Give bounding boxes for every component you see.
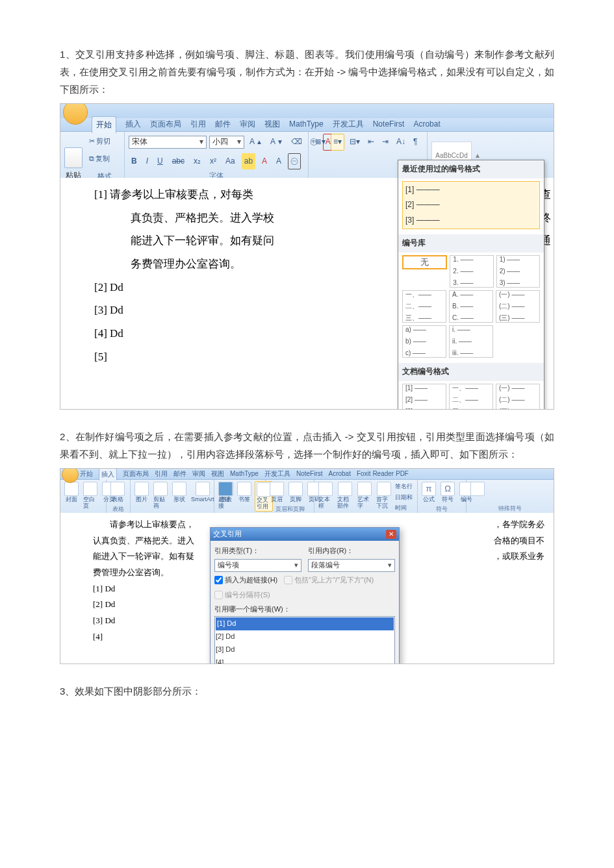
picture-button[interactable]: 图片 xyxy=(133,481,150,504)
shrink-font-button[interactable]: A▼ xyxy=(268,134,286,151)
numbering-option[interactable]: [1] ——[2] ——[3] —— xyxy=(402,384,446,410)
list-item[interactable]: [1] Dd xyxy=(216,617,394,630)
numbering-button[interactable]: ≡▾ xyxy=(331,134,344,151)
item-listbox[interactable]: [1] Dd [2] Dd [3] Dd [4] xyxy=(214,616,395,664)
tab-references[interactable]: 引用 xyxy=(155,468,168,480)
dropcap-button[interactable]: 首字下沉 xyxy=(375,481,393,510)
shapes-button[interactable]: 形状 xyxy=(171,481,188,504)
smartart-button[interactable]: SmartArt xyxy=(190,481,216,504)
insert-hyperlink-checkbox[interactable]: 插入为超链接(H) xyxy=(214,574,277,587)
font-size-select[interactable]: 小四▾ xyxy=(209,136,244,149)
numbering-option[interactable]: 1) ——2) ——3) —— xyxy=(496,255,540,288)
tab-review[interactable]: 审阅 xyxy=(240,118,255,132)
tab-notefirst[interactable]: NoteFirst xyxy=(373,118,405,132)
table-button[interactable]: 表格 xyxy=(109,481,126,504)
tab-references[interactable]: 引用 xyxy=(190,118,206,132)
sort-button[interactable]: A↓ xyxy=(394,134,408,151)
multilevel-button[interactable]: ⊟▾ xyxy=(347,134,363,151)
clear-format-button[interactable]: ⌫ xyxy=(288,134,305,151)
reftype-select[interactable]: 编号项▾ xyxy=(214,559,301,572)
scissors-icon: ✂ xyxy=(89,135,95,148)
equation-button[interactable]: π公式 xyxy=(420,481,437,504)
tab-acrobat[interactable]: Acrobat xyxy=(413,118,440,132)
tab-mail[interactable]: 邮件 xyxy=(173,468,186,480)
special-symbol-button[interactable] xyxy=(469,481,486,497)
numbering-option[interactable]: (一) ——(二) ——(三) —— xyxy=(496,384,540,410)
numbering-option[interactable]: a) ——b) ——c) —— xyxy=(402,325,446,358)
numbering-option[interactable]: 一、——二、——三、—— xyxy=(402,290,446,323)
numbering-option[interactable]: i. ——ii. ——iii. —— xyxy=(449,325,493,358)
font-name-select[interactable]: 宋体▾ xyxy=(129,136,207,149)
clipart-icon xyxy=(153,482,168,496)
signature-button[interactable]: 签名行 xyxy=(395,481,415,491)
grow-font-button[interactable]: A▲ xyxy=(247,134,265,151)
list-item[interactable]: [3] Dd xyxy=(216,643,394,656)
bookmark-button[interactable]: 书签 xyxy=(236,481,253,504)
blank-page-button[interactable]: 空白页 xyxy=(82,481,99,510)
tab-view[interactable]: 视图 xyxy=(264,118,280,132)
underline-button[interactable]: U xyxy=(155,153,166,170)
tab-mail[interactable]: 邮件 xyxy=(215,118,231,132)
symbol-button[interactable]: Ω符号 xyxy=(439,481,456,504)
cover-button[interactable]: 封面 xyxy=(63,481,80,504)
show-marks-button[interactable]: ¶ xyxy=(411,134,420,151)
special-group-label: 特殊符号 xyxy=(469,503,551,514)
cut-button[interactable]: ✂剪切 xyxy=(86,134,120,149)
globe-icon xyxy=(218,482,233,496)
tab-layout[interactable]: 页面布局 xyxy=(123,468,149,480)
subscript-button[interactable]: x₂ xyxy=(191,153,203,170)
tab-insert[interactable]: 插入 xyxy=(125,118,141,132)
dialog-titlebar[interactable]: 交叉引用 ✕ xyxy=(211,528,399,541)
tab-foxit[interactable]: Foxit Reader PDF xyxy=(357,468,409,480)
change-case-button[interactable]: Aa xyxy=(223,153,238,170)
tab-notefirst[interactable]: NoteFirst xyxy=(296,468,323,480)
tab-review[interactable]: 审阅 xyxy=(192,468,205,480)
numbering-option[interactable]: 1. ——2. ——3. —— xyxy=(450,255,493,288)
tab-mathtype[interactable]: MathType xyxy=(230,468,259,480)
numbering-none[interactable]: 无 xyxy=(402,255,447,269)
table-icon xyxy=(110,482,125,496)
char-shading-button[interactable]: A xyxy=(274,153,284,170)
numbering-option[interactable]: A. ——B. ——C. —— xyxy=(449,290,493,323)
decrease-indent-button[interactable]: ⇤ xyxy=(365,134,377,151)
refcontent-select[interactable]: 段落编号▾ xyxy=(308,559,395,572)
header-button[interactable]: 页眉 xyxy=(268,481,285,504)
clipart-button[interactable]: 剪贴画 xyxy=(152,481,169,510)
tab-devtools[interactable]: 开发工具 xyxy=(264,468,290,480)
tab-mathtype[interactable]: MathType xyxy=(289,118,324,132)
quickparts-button[interactable]: 文档部件 xyxy=(336,481,354,510)
reftype-label: 引用类型(T)： xyxy=(214,545,301,558)
font-color-button[interactable]: A xyxy=(259,153,270,170)
hyperlink-button[interactable]: 超链接 xyxy=(217,481,234,510)
superscript-button[interactable]: x² xyxy=(207,153,219,170)
tab-acrobat[interactable]: Acrobat xyxy=(328,468,350,480)
recent-format[interactable]: [1] ——— [2] ——— [3] ——— xyxy=(402,181,540,230)
tab-layout[interactable]: 页面布局 xyxy=(150,118,181,132)
which-item-label: 引用哪一个编号项(W)： xyxy=(214,603,395,616)
bullets-button[interactable]: ≣▾ xyxy=(313,134,328,151)
footer-button[interactable]: 页脚 xyxy=(287,481,304,504)
numbering-option[interactable]: (一) ——(二) ——(三) —— xyxy=(496,290,540,323)
textbox-button[interactable]: 文本框 xyxy=(317,481,334,510)
copy-button[interactable]: ⧉复制 xyxy=(86,151,120,167)
tab-view[interactable]: 视图 xyxy=(211,468,224,480)
chevron-down-icon: ▾ xyxy=(294,559,298,572)
close-icon[interactable]: ✕ xyxy=(386,530,396,539)
wordart-button[interactable]: 艺术字 xyxy=(356,481,373,510)
strike-button[interactable]: abc xyxy=(170,153,187,170)
bold-button[interactable]: B xyxy=(129,153,140,170)
tab-insert[interactable]: 插入 xyxy=(99,468,117,480)
highlight-button[interactable]: ab xyxy=(242,153,255,170)
numbering-dropdown: 最近使用过的编号格式 [1] ——— [2] ——— [3] ——— 编号库 无… xyxy=(398,160,544,410)
enclose-char-button[interactable]: ㊀ xyxy=(288,153,301,170)
tab-home[interactable]: 开始 xyxy=(92,116,116,134)
numbering-option[interactable]: 一、——二、——三、—— xyxy=(449,384,493,410)
tab-home[interactable]: 开始 xyxy=(80,468,93,480)
tab-devtools[interactable]: 开发工具 xyxy=(333,118,364,132)
increase-indent-button[interactable]: ⇥ xyxy=(379,134,391,151)
list-item[interactable]: [2] Dd xyxy=(216,630,394,643)
italic-button[interactable]: I xyxy=(144,153,151,170)
datetime-button[interactable]: 日期和时间 xyxy=(395,492,415,513)
refcontent-label: 引用内容(R)： xyxy=(308,545,395,558)
list-item[interactable]: [4] xyxy=(216,656,394,664)
